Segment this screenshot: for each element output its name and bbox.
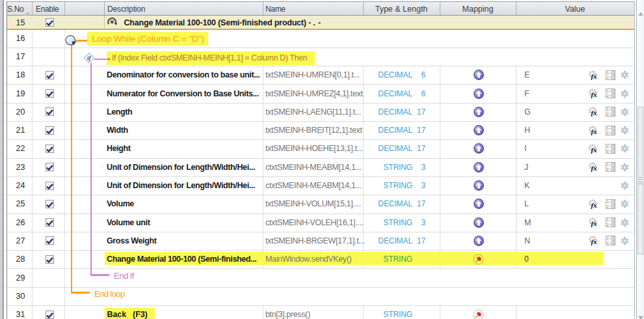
svg-text:fx: fx xyxy=(591,109,598,117)
svg-text:fx: fx xyxy=(591,238,598,246)
svg-text:fx: fx xyxy=(591,90,598,98)
svg-text:fx: fx xyxy=(591,146,598,154)
svg-text:fx: fx xyxy=(591,128,598,135)
svg-text:fx: fx xyxy=(591,201,598,209)
svg-text:fx: fx xyxy=(591,165,598,173)
svg-text:fx: fx xyxy=(591,72,598,80)
svg-text:fx: fx xyxy=(591,219,598,227)
